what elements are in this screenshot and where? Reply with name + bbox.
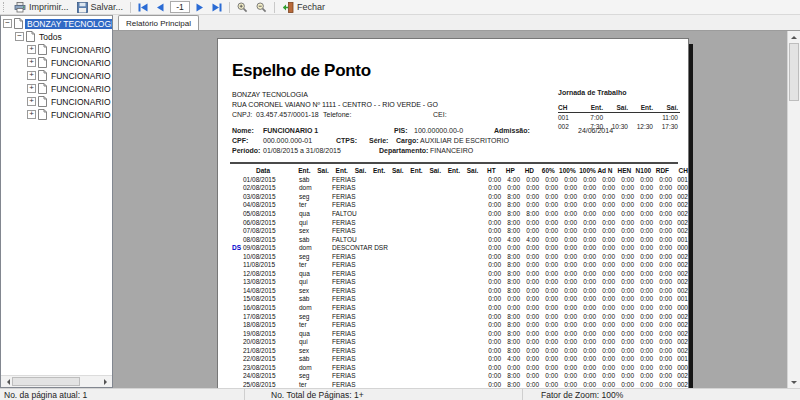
row-status: FERIAS [319, 372, 482, 379]
scrollbar-thumb[interactable] [789, 43, 799, 101]
table-row: 23/08/2015domFERIAS0:000:000:000:000:000… [231, 363, 688, 372]
row-hour-cell: 0:00 [501, 364, 520, 371]
row-ch: 002 [672, 201, 688, 208]
tree-item-funcionario[interactable]: +FUNCIONARIO 6 - 00000 [1, 108, 112, 121]
row-hour-cell: 0:00 [634, 219, 653, 226]
row-hour-cell: 0:00 [558, 381, 577, 388]
nome-label: Nome: [232, 127, 254, 134]
page-number-field[interactable]: -1 [170, 1, 190, 13]
row-hour-cell: 0:00 [596, 330, 615, 337]
row-status: FERIAS [319, 364, 482, 371]
row-hour-cell: 0:00 [577, 338, 596, 345]
plus-expander-icon[interactable]: + [27, 84, 36, 93]
row-hour-cell: 8:00 [520, 210, 539, 217]
row-hour-cell: 0:00 [539, 295, 558, 302]
prev-page-button[interactable] [152, 1, 168, 14]
row-date: 08/08/2015 [231, 236, 295, 243]
row-hour-cell: 0:00 [653, 210, 672, 217]
table-row: 17/08/2015segFERIAS0:008:000:000:000:000… [231, 312, 688, 321]
row-hour-cell: 0:00 [596, 253, 615, 260]
minus-expander-icon[interactable]: − [15, 32, 24, 41]
row-hour-cell: 0:00 [539, 261, 558, 268]
row-status: FERIAS [319, 381, 482, 388]
row-hour-cell: 0:00 [577, 253, 596, 260]
row-status: FERIAS [319, 193, 482, 200]
row-hour-cell: 8:00 [501, 270, 520, 277]
scrollbar-thumb[interactable] [12, 377, 80, 386]
tree-item-root[interactable]: − BONZAY TECNOLOGIA [1, 17, 112, 30]
row-ch: 000 [672, 364, 688, 371]
tree-item-funcionario[interactable]: +FUNCIONARIO 1 - 00000 [1, 43, 112, 56]
row-status: FERIAS [319, 201, 482, 208]
toolbar-separator [274, 2, 275, 13]
row-hour-cell: 0:00 [539, 176, 558, 183]
plus-expander-icon[interactable]: + [27, 71, 36, 80]
minus-expander-icon[interactable]: − [3, 19, 12, 28]
plus-expander-icon[interactable]: + [27, 45, 36, 54]
row-date: 04/08/2015 [231, 201, 295, 208]
timesheet-header-cell: Saí. [426, 167, 445, 175]
row-ch: 002 [672, 278, 688, 285]
tree-item-funcionario[interactable]: +FUNCIONARIO 2 - 00000 [1, 56, 112, 69]
row-status: FERIAS [319, 278, 482, 285]
print-button[interactable]: Imprimir... [10, 1, 73, 14]
toolbar-separator [229, 2, 230, 13]
timesheet-header-cell: HT [482, 167, 501, 175]
scroll-up-arrow-icon[interactable] [788, 31, 800, 42]
row-hour-cell: 0:00 [577, 295, 596, 302]
row-date: 23/08/2015 [231, 364, 295, 371]
viewport-vertical-scrollbar[interactable] [787, 31, 800, 388]
sidebar-horizontal-scrollbar[interactable] [1, 375, 112, 387]
last-page-button[interactable] [208, 1, 226, 14]
timesheet-header-cell: Ent. [445, 167, 464, 175]
dsr-flag: DS [232, 244, 241, 251]
row-hour-cell: 8:00 [501, 287, 520, 294]
tree-item-label: FUNCIONARIO 5 - 00000 [49, 97, 112, 107]
scroll-right-arrow-icon[interactable] [101, 376, 112, 387]
row-hour-cell: 0:00 [539, 219, 558, 226]
timesheet-header-cell: CH [672, 167, 688, 175]
row-hour-cell: 0:00 [596, 270, 615, 277]
first-page-button[interactable] [134, 1, 152, 14]
plus-expander-icon[interactable]: + [27, 97, 36, 106]
plus-expander-icon[interactable]: + [27, 110, 36, 119]
row-day: sex [295, 347, 319, 354]
scroll-down-arrow-icon[interactable] [788, 377, 800, 388]
row-hour-cell: 0:00 [653, 321, 672, 328]
plus-expander-icon[interactable]: + [27, 58, 36, 67]
row-day: seg [295, 313, 319, 320]
row-date: 21/08/2015 [231, 347, 295, 354]
row-date: 02/08/2015 [231, 184, 295, 191]
tree-item-funcionario[interactable]: +FUNCIONARIO 3 - 00000 [1, 69, 112, 82]
tab-relatorio-principal[interactable]: Relatório Principal [118, 15, 199, 30]
row-hour-cell: 0:00 [539, 278, 558, 285]
row-hour-cell: 0:00 [634, 176, 653, 183]
row-hour-cell: 0:00 [596, 304, 615, 311]
row-status: FERIAS [319, 261, 482, 268]
row-ch: 002 [672, 347, 688, 354]
row-hour-cell: 0:00 [558, 338, 577, 345]
row-hour-cell: 0:00 [615, 261, 634, 268]
zoom-out-button[interactable] [252, 1, 271, 14]
zoom-in-button[interactable] [233, 1, 252, 14]
tree-item-todos[interactable]: − Todos [1, 30, 112, 43]
tree-item-label: Todos [37, 32, 64, 42]
row-hour-cell: 0:00 [653, 287, 672, 294]
timesheet-body: 01/08/2015sábFERIAS0:004:000:000:000:000… [231, 175, 688, 388]
save-button[interactable]: Salvar... [73, 1, 128, 14]
row-hour-cell: 8:00 [501, 330, 520, 337]
tree-item-funcionario[interactable]: +FUNCIONARIO 5 - 00000 [1, 95, 112, 108]
row-hour-cell: 0:00 [634, 321, 653, 328]
next-page-button[interactable] [192, 1, 208, 14]
close-button[interactable]: Fechar [278, 1, 329, 14]
row-hour-cell: 0:00 [482, 176, 501, 183]
row-hour-cell: 0:00 [653, 184, 672, 191]
row-hour-cell: 0:00 [558, 287, 577, 294]
toolbar: Imprimir... Salvar... -1 [0, 0, 800, 15]
tree-item-funcionario[interactable]: +FUNCIONARIO 4 - 00000 [1, 82, 112, 95]
row-hour-cell: 0:00 [558, 295, 577, 302]
scroll-left-arrow-icon[interactable] [1, 376, 12, 387]
row-hour-cell: 0:00 [653, 201, 672, 208]
report-page: Espelho de Ponto BONZAY TECNOLOGIA RUA C… [217, 38, 689, 388]
row-hour-cell: 0:00 [501, 304, 520, 311]
